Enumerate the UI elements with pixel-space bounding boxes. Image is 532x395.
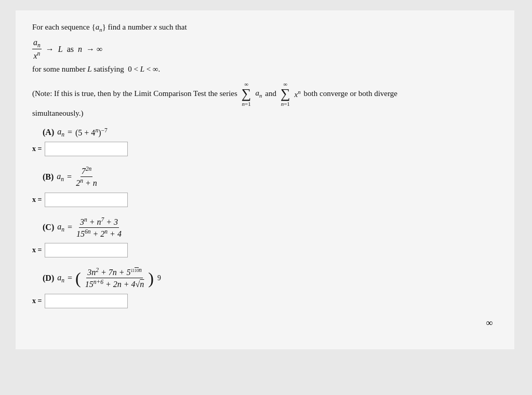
problem-b-fraction: 72n 2n + n: [75, 166, 98, 188]
problem-d-numer: 3n2 + 7n + 51110n: [86, 267, 143, 278]
problem-b-label: (B): [43, 172, 54, 182]
problem-c-equation: (C) an = 3n + n7 + 3 156n + 2n + 4: [43, 216, 498, 239]
arrow-symbol: →: [46, 45, 54, 54]
problem-a-label: (A): [43, 128, 54, 137]
limit-condition: for some number L satisfying 0 < L < ∞.: [32, 65, 498, 74]
problem-c-seq: an: [57, 222, 64, 233]
note-line: (Note: If this is true, then by the Limi…: [32, 81, 498, 107]
bottom-infinity: ∞: [32, 318, 498, 329]
note-prefix: (Note: If this is true, then by the Limi…: [32, 89, 237, 98]
intro-text: For each sequence {an} find a number x s…: [32, 23, 498, 33]
power-9: 9: [157, 274, 161, 282]
problem-b-numer: 72n: [81, 166, 93, 177]
fraction: an xn: [32, 38, 42, 61]
problem-b-denom: 2n + n: [75, 177, 98, 188]
sequence-var: an: [96, 23, 102, 31]
and-text: and: [265, 89, 276, 98]
as-text: as: [67, 45, 74, 54]
problem-a-input[interactable]: [45, 142, 128, 156]
xn-term: xn: [295, 89, 301, 99]
problem-c-fraction: 3n + n7 + 3 156n + 2n + 4: [75, 216, 123, 239]
problem-c-numer: 3n + n7 + 3: [79, 216, 119, 228]
problem-a-equation: (A) an = (5 + 4n)−7: [43, 127, 498, 138]
problem-b-input[interactable]: [45, 193, 128, 207]
problem-c-input-row: x =: [32, 243, 498, 257]
problem-b-x-label: x =: [32, 196, 42, 204]
problem-c-x-label: x =: [32, 246, 42, 254]
sum-an: ∞ ∑ n=1: [242, 81, 251, 107]
sum-xn: ∞ ∑ n=1: [281, 81, 290, 107]
to-infinity: → ∞: [86, 45, 102, 54]
sum-bottom-an: n=1: [242, 101, 251, 107]
problem-c-input[interactable]: [45, 243, 128, 257]
problem-c-denom: 156n + 2n + 4: [75, 228, 123, 239]
problem-a-x-label: x =: [32, 145, 42, 153]
problem-d-denom: 15n+6 + 2n + 4√n: [84, 278, 145, 289]
problem-d-input-row: x =: [32, 294, 498, 308]
fraction-denominator: xn: [32, 49, 41, 60]
problem-a-seq: an: [57, 127, 64, 138]
right-paren: ): [148, 271, 154, 286]
limit-expression: an xn → L as n → ∞: [32, 38, 498, 61]
problem-b-seq: an: [57, 172, 64, 182]
problem-a: (A) an = (5 + 4n)−7 x =: [32, 127, 498, 156]
sigma-symbol-xn: ∑: [281, 87, 290, 101]
problem-d-x-label: x =: [32, 297, 42, 305]
problem-c-eq-sign: =: [68, 223, 72, 232]
problem-d-label: (D): [43, 274, 54, 283]
fraction-numerator: an: [32, 38, 42, 49]
problem-c: (C) an = 3n + n7 + 3 156n + 2n + 4 x =: [32, 216, 498, 258]
an-term: an: [255, 89, 262, 99]
simultaneously-text: simultaneously.): [32, 109, 498, 118]
note-suffix: both converge or both diverge: [304, 89, 397, 98]
problem-a-formula: (5 + 4n)−7: [75, 127, 108, 138]
problem-d-seq: an: [57, 273, 64, 283]
problem-c-label: (C): [43, 223, 54, 232]
problem-b: (B) an = 72n 2n + n x =: [32, 166, 498, 207]
sigma-symbol-an: ∑: [242, 87, 251, 101]
problem-d-fraction: 3n2 + 7n + 51110n 15n+6 + 2n + 4√n: [84, 267, 145, 290]
problem-b-input-row: x =: [32, 193, 498, 207]
problem-d-input[interactable]: [45, 294, 128, 308]
limit-L: L: [58, 45, 63, 54]
problem-b-eq-sign: =: [67, 172, 72, 182]
problem-d-equation: (D) an = ( 3n2 + 7n + 51110n 15n+6 + 2n …: [43, 267, 498, 290]
problem-d-eq-sign: =: [68, 274, 72, 283]
problem-d: (D) an = ( 3n2 + 7n + 51110n 15n+6 + 2n …: [32, 267, 498, 308]
problem-b-equation: (B) an = 72n 2n + n: [43, 166, 498, 188]
problem-a-input-row: x =: [32, 142, 498, 156]
left-paren: (: [75, 271, 81, 286]
sum-bottom-xn: n=1: [281, 101, 290, 107]
main-content: For each sequence {an} find a number x s…: [16, 10, 514, 349]
n-var: n: [78, 45, 82, 54]
problem-a-eq-sign: =: [68, 128, 72, 137]
